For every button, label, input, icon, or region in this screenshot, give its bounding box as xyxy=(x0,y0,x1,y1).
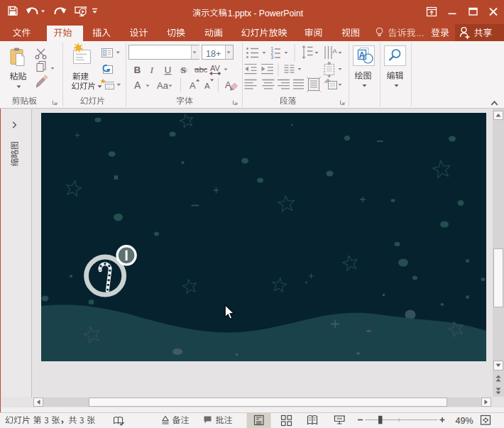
svg-text:49%: 49% xyxy=(456,416,473,426)
svg-text:A: A xyxy=(204,82,210,90)
svg-text:1.pptx - PowerPoint: 1.pptx - PowerPoint xyxy=(228,9,304,18)
svg-text:I: I xyxy=(150,65,155,75)
svg-text:U: U xyxy=(165,65,172,75)
svg-text:...: ... xyxy=(417,28,424,38)
svg-text:AV: AV xyxy=(210,64,221,72)
svg-text:Aa: Aa xyxy=(157,80,169,91)
svg-text:A: A xyxy=(359,50,366,60)
svg-text:A: A xyxy=(134,79,141,91)
svg-text:A: A xyxy=(190,80,196,91)
svg-text:S: S xyxy=(181,65,187,75)
svg-text:3: 3 xyxy=(271,55,274,60)
svg-text:18+: 18+ xyxy=(206,49,221,59)
svg-text:B: B xyxy=(134,65,141,75)
svg-text:A: A xyxy=(333,48,337,55)
